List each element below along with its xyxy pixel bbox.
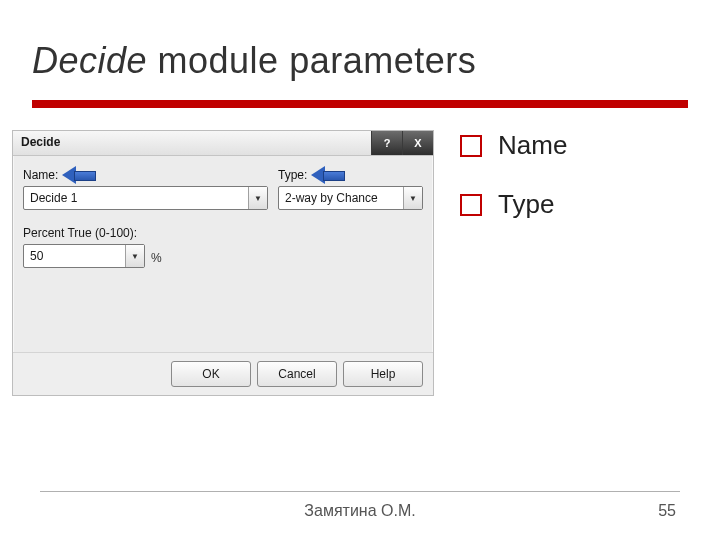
help-button[interactable]: Help — [343, 361, 423, 387]
window-close-button[interactable]: X — [402, 131, 433, 155]
dialog-button-row: OK Cancel Help — [13, 352, 433, 395]
name-value: Decide 1 — [24, 191, 248, 205]
dialog-caption: Decide — [13, 131, 371, 155]
page-number: 55 — [658, 502, 676, 520]
name-label: Name: — [23, 168, 58, 182]
chevron-down-icon[interactable]: ▼ — [125, 245, 144, 267]
pointer-arrow-icon — [64, 167, 94, 183]
ok-button[interactable]: OK — [171, 361, 251, 387]
accent-bar — [32, 100, 688, 108]
chevron-down-icon[interactable]: ▼ — [403, 187, 422, 209]
cancel-button[interactable]: Cancel — [257, 361, 337, 387]
percent-section: Percent True (0-100): 50 ▼ % — [23, 224, 423, 268]
percent-combo[interactable]: 50 ▼ — [23, 244, 145, 268]
titlebar: Decide ? X — [13, 131, 433, 156]
slide: Decide module parameters Decide ? X Name… — [0, 0, 720, 540]
title-rest: module parameters — [147, 40, 476, 81]
list-item: Type — [460, 189, 680, 220]
name-field: Name: Decide 1 ▼ — [23, 166, 268, 210]
window-help-button[interactable]: ? — [371, 131, 402, 155]
type-label: Type: — [278, 168, 307, 182]
dialog-body: Name: Decide 1 ▼ Type: — [13, 156, 433, 352]
type-combo[interactable]: 2-way by Chance ▼ — [278, 186, 423, 210]
bullet-square-icon — [460, 135, 482, 157]
type-field: Type: 2-way by Chance ▼ — [278, 166, 423, 210]
percent-unit: % — [151, 251, 162, 268]
bullet-label: Name — [498, 130, 567, 161]
slide-title: Decide module parameters — [32, 40, 476, 82]
percent-value: 50 — [24, 249, 125, 263]
type-value: 2-way by Chance — [279, 191, 403, 205]
title-italic: Decide — [32, 40, 147, 81]
pointer-arrow-icon — [313, 167, 343, 183]
list-item: Name — [460, 130, 680, 161]
chevron-down-icon[interactable]: ▼ — [248, 187, 267, 209]
percent-label: Percent True (0-100): — [23, 226, 137, 240]
footer-divider — [40, 491, 680, 492]
footer-author: Замятина О.М. — [0, 502, 720, 520]
decide-dialog: Decide ? X Name: Decide 1 ▼ — [12, 130, 434, 396]
bullet-label: Type — [498, 189, 554, 220]
bullet-list: Name Type — [460, 130, 680, 248]
bullet-square-icon — [460, 194, 482, 216]
name-combo[interactable]: Decide 1 ▼ — [23, 186, 268, 210]
